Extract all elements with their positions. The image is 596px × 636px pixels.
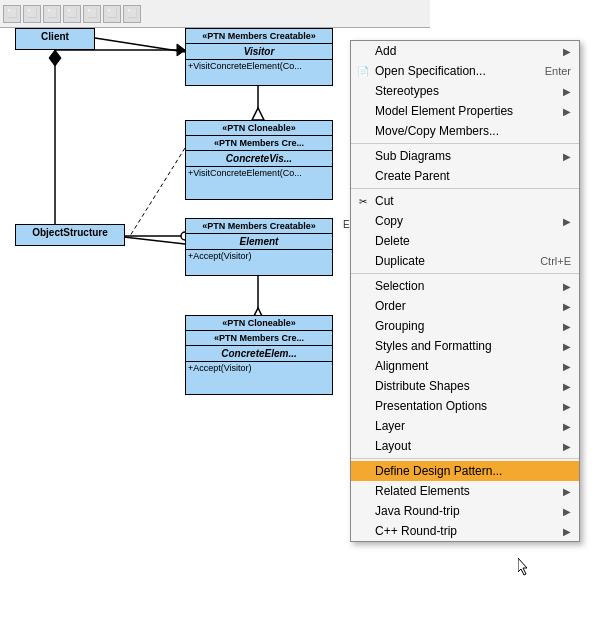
menu-item-move-copy[interactable]: Move/Copy Members... [351, 121, 579, 141]
menu-label-presentation-options: Presentation Options [375, 399, 487, 413]
menu-divider-after-layout [351, 458, 579, 459]
menu-icon-cut: ✂ [355, 193, 371, 209]
menu-label-styles-formatting: Styles and Formatting [375, 339, 492, 353]
menu-label-copy: Copy [375, 214, 403, 228]
cv-method: +VisitConcreteElement(Co... [186, 167, 332, 179]
menu-arrow-selection: ▶ [563, 281, 571, 292]
uml-box-objectstructure[interactable]: ObjectStructure [15, 224, 125, 246]
menu-divider-after-duplicate [351, 273, 579, 274]
menu-shortcut-duplicate: Ctrl+E [540, 255, 571, 267]
menu-item-copy[interactable]: Copy▶ [351, 211, 579, 231]
svg-line-0 [95, 38, 185, 52]
ce-name: ConcreteElem... [186, 346, 332, 362]
client-title: Client [16, 29, 94, 44]
menu-item-open-spec[interactable]: 📄Open Specification...Enter [351, 61, 579, 81]
menu-label-stereotypes: Stereotypes [375, 84, 439, 98]
ce-method: +Accept(Visitor) [186, 362, 332, 374]
toolbar-icon-5[interactable]: ⬜ [83, 5, 101, 23]
menu-label-model-element: Model Element Properties [375, 104, 513, 118]
menu-label-java-roundtrip: Java Round-trip [375, 504, 460, 518]
menu-arrow-presentation-options: ▶ [563, 401, 571, 412]
menu-label-grouping: Grouping [375, 319, 424, 333]
visitor-name: Visitor [186, 44, 332, 60]
element-method: +Accept(Visitor) [186, 250, 332, 262]
menu-item-related-elements[interactable]: Related Elements▶ [351, 481, 579, 501]
cv-stereotype2: «PTN Members Cre... [186, 136, 332, 151]
menu-item-duplicate[interactable]: DuplicateCtrl+E [351, 251, 579, 271]
menu-arrow-add: ▶ [563, 46, 571, 57]
menu-label-layout: Layout [375, 439, 411, 453]
svg-line-3 [115, 236, 185, 244]
menu-arrow-sub-diagrams: ▶ [563, 151, 571, 162]
menu-item-create-parent[interactable]: Create Parent [351, 166, 579, 186]
menu-item-delete[interactable]: Delete [351, 231, 579, 251]
menu-arrow-alignment: ▶ [563, 361, 571, 372]
menu-label-move-copy: Move/Copy Members... [375, 124, 499, 138]
toolbar-icon-3[interactable]: ⬜ [43, 5, 61, 23]
menu-shortcut-open-spec: Enter [545, 65, 571, 77]
uml-box-concrete-visitor[interactable]: «PTN Cloneable» «PTN Members Cre... Conc… [185, 120, 333, 200]
menu-item-add[interactable]: Add▶ [351, 41, 579, 61]
svg-marker-7 [49, 50, 61, 66]
ce-stereotype1: «PTN Cloneable» [186, 316, 332, 331]
uml-box-concrete-element[interactable]: «PTN Cloneable» «PTN Members Cre... Conc… [185, 315, 333, 395]
menu-arrow-layout: ▶ [563, 441, 571, 452]
menu-arrow-grouping: ▶ [563, 321, 571, 332]
menu-item-grouping[interactable]: Grouping▶ [351, 316, 579, 336]
menu-item-order[interactable]: Order▶ [351, 296, 579, 316]
menu-label-delete: Delete [375, 234, 410, 248]
toolbar-icon-6[interactable]: ⬜ [103, 5, 121, 23]
menu-icon-open-spec: 📄 [355, 63, 371, 79]
menu-arrow-java-roundtrip: ▶ [563, 506, 571, 517]
menu-item-cut[interactable]: ✂Cut [351, 191, 579, 211]
menu-arrow-related-elements: ▶ [563, 486, 571, 497]
uml-box-visitor[interactable]: «PTN Members Creatable» Visitor +VisitCo… [185, 28, 333, 86]
menu-item-selection[interactable]: Selection▶ [351, 276, 579, 296]
cv-stereotype1: «PTN Cloneable» [186, 121, 332, 136]
menu-item-sub-diagrams[interactable]: Sub Diagrams▶ [351, 146, 579, 166]
menu-arrow-model-element: ▶ [563, 106, 571, 117]
menu-item-cpp-roundtrip[interactable]: C++ Round-trip▶ [351, 521, 579, 541]
menu-item-stereotypes[interactable]: Stereotypes▶ [351, 81, 579, 101]
toolbar: ⬜ ⬜ ⬜ ⬜ ⬜ ⬜ ⬜ [0, 0, 430, 28]
menu-item-define-design-pattern[interactable]: Define Design Pattern... [351, 461, 579, 481]
toolbar-icon-4[interactable]: ⬜ [63, 5, 81, 23]
menu-arrow-layer: ▶ [563, 421, 571, 432]
os-title: ObjectStructure [16, 225, 124, 240]
element-name: Element [186, 234, 332, 250]
menu-arrow-stereotypes: ▶ [563, 86, 571, 97]
svg-line-10 [130, 148, 185, 236]
toolbar-icon-7[interactable]: ⬜ [123, 5, 141, 23]
context-menu: Add▶📄Open Specification...EnterStereotyp… [350, 40, 580, 542]
menu-label-create-parent: Create Parent [375, 169, 450, 183]
menu-label-selection: Selection [375, 279, 424, 293]
menu-item-java-roundtrip[interactable]: Java Round-trip▶ [351, 501, 579, 521]
menu-label-related-elements: Related Elements [375, 484, 470, 498]
ce-stereotype2: «PTN Members Cre... [186, 331, 332, 346]
menu-label-open-spec: Open Specification... [375, 64, 486, 78]
element-stereotype: «PTN Members Creatable» [186, 219, 332, 234]
menu-item-distribute-shapes[interactable]: Distribute Shapes▶ [351, 376, 579, 396]
uml-box-client[interactable]: Client [15, 28, 95, 50]
menu-divider-after-create-parent [351, 188, 579, 189]
menu-label-layer: Layer [375, 419, 405, 433]
menu-item-alignment[interactable]: Alignment▶ [351, 356, 579, 376]
uml-box-element[interactable]: «PTN Members Creatable» Element +Accept(… [185, 218, 333, 276]
menu-item-model-element[interactable]: Model Element Properties▶ [351, 101, 579, 121]
toolbar-icon-2[interactable]: ⬜ [23, 5, 41, 23]
menu-arrow-order: ▶ [563, 301, 571, 312]
toolbar-icon-1[interactable]: ⬜ [3, 5, 21, 23]
menu-item-layer[interactable]: Layer▶ [351, 416, 579, 436]
menu-label-cut: Cut [375, 194, 394, 208]
menu-label-cpp-roundtrip: C++ Round-trip [375, 524, 457, 538]
menu-label-add: Add [375, 44, 396, 58]
menu-item-layout[interactable]: Layout▶ [351, 436, 579, 456]
visitor-stereotype: «PTN Members Creatable» [186, 29, 332, 44]
menu-item-presentation-options[interactable]: Presentation Options▶ [351, 396, 579, 416]
menu-label-distribute-shapes: Distribute Shapes [375, 379, 470, 393]
menu-item-styles-formatting[interactable]: Styles and Formatting▶ [351, 336, 579, 356]
menu-label-alignment: Alignment [375, 359, 428, 373]
menu-label-duplicate: Duplicate [375, 254, 425, 268]
menu-divider-after-move-copy [351, 143, 579, 144]
menu-label-order: Order [375, 299, 406, 313]
